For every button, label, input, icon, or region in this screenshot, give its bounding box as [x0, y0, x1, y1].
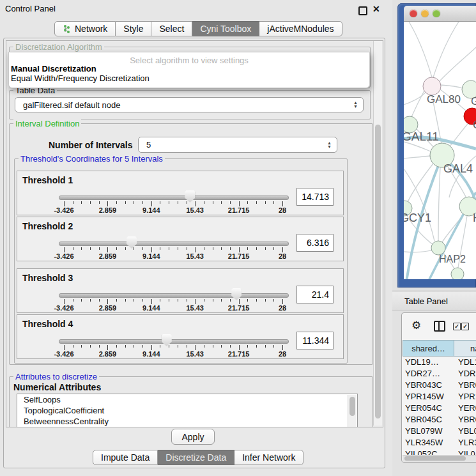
tab-style[interactable]: Style — [116, 21, 151, 36]
attribute-item[interactable]: BetweennessCentrality — [17, 416, 357, 427]
network-edge[interactable] — [441, 85, 463, 88]
attribute-item[interactable]: SelfLoops — [17, 394, 357, 405]
tab-impute-data[interactable]: Impute Data — [93, 450, 158, 465]
minor-tick — [142, 299, 143, 302]
threshold-panel: Threshold 2-3.4262.8599.14415.4321.71528… — [17, 217, 344, 261]
network-edge[interactable] — [404, 156, 431, 158]
checkbox-icon[interactable]: ✓ — [461, 323, 469, 330]
column-header-name[interactable]: na — [454, 340, 476, 357]
major-tick — [282, 201, 283, 206]
cell-name: YDR2 — [458, 369, 476, 378]
slider-track[interactable] — [59, 339, 289, 344]
major-tick — [64, 201, 65, 206]
network-edge[interactable] — [411, 91, 424, 117]
minor-tick — [230, 299, 231, 302]
close-traffic-icon[interactable] — [410, 10, 417, 17]
table-data-combobox[interactable]: galFiltered.sif default node ▲▼ — [15, 97, 364, 112]
table-row[interactable]: YDL19…YDL1 — [403, 357, 476, 369]
slider-track[interactable] — [59, 293, 289, 298]
table-hscrollbar[interactable] — [403, 455, 476, 462]
node-table[interactable]: shared… na YDL19…YDL1YDR27…YDR2YBR043CYB… — [403, 340, 476, 455]
network-edge[interactable] — [408, 164, 433, 202]
zoom-traffic-icon[interactable] — [433, 10, 440, 17]
tab-network[interactable]: Network — [54, 21, 116, 36]
panel-scrollbar[interactable] — [373, 41, 382, 426]
slider-handle[interactable] — [231, 288, 242, 300]
apply-button[interactable]: Apply — [171, 429, 215, 445]
slider-handle[interactable] — [162, 334, 172, 346]
table-row[interactable]: YIL052CYIL0 — [403, 449, 476, 455]
slider-handle[interactable] — [127, 236, 137, 249]
slider-track[interactable] — [59, 242, 289, 246]
minor-tick — [116, 345, 117, 348]
tab-cyni-toolbox[interactable]: Cyni Toolbox — [192, 21, 259, 36]
table-row[interactable]: YBR043CYBR0 — [403, 380, 476, 392]
table-row[interactable]: YBL079WYBL0 — [403, 426, 476, 438]
columns-icon[interactable] — [434, 321, 445, 332]
scrollbar-thumb[interactable] — [375, 125, 381, 418]
minor-tick — [73, 201, 73, 204]
tab-jactivemnodules[interactable]: jActiveMNodules — [259, 21, 342, 36]
popup-item[interactable]: Manual Discretization — [11, 64, 96, 73]
table-row[interactable]: YPR145WYPR1 — [403, 392, 476, 403]
network-node[interactable] — [451, 268, 464, 279]
threshold-value-field[interactable]: 6.316 — [296, 234, 334, 252]
cell-name: YBR0 — [458, 415, 476, 424]
table-row[interactable]: YER054CYER0 — [403, 403, 476, 415]
cell-name: YLR3 — [458, 438, 476, 447]
tab-discretize-data[interactable]: Discretize Data — [158, 450, 234, 465]
column-header-shared-name[interactable]: shared… — [403, 340, 454, 357]
minor-tick — [221, 299, 222, 302]
slider-track[interactable] — [59, 196, 289, 200]
minor-tick — [90, 345, 91, 348]
network-edge[interactable] — [409, 22, 432, 77]
threshold-value-field[interactable]: 11.344 — [296, 332, 334, 349]
tick-label: 2.859 — [88, 206, 127, 214]
major-tick — [195, 201, 196, 206]
attribute-item[interactable]: TopologicalCoefficient — [17, 405, 357, 416]
scrollbar-thumb[interactable] — [349, 397, 355, 416]
close-icon[interactable]: ✕ — [372, 4, 380, 14]
cell-shared-name: YDL19… — [405, 357, 439, 367]
threshold-label: Threshold 4 — [22, 319, 73, 329]
threshold-value-field[interactable]: 14.713 — [296, 188, 334, 206]
network-edge[interactable] — [438, 167, 440, 241]
tab-select[interactable]: Select — [151, 21, 192, 36]
network-edge[interactable] — [433, 22, 459, 77]
num-intervals-combobox[interactable]: 5 ▲▼ — [138, 137, 337, 153]
minor-tick — [204, 299, 204, 302]
node-label: GAL11 — [404, 130, 439, 143]
minor-tick — [99, 345, 100, 348]
popup-item[interactable]: Equal Width/Frequency Discretization — [11, 73, 150, 83]
tick-label: 9.144 — [132, 304, 171, 312]
tab-infer-network[interactable]: Infer Network — [234, 450, 303, 465]
major-tick — [151, 201, 152, 206]
network-edge[interactable] — [404, 142, 431, 151]
table-row[interactable]: YLR345WYLR3 — [403, 438, 476, 449]
table-panel-bar: Table Panel — [392, 291, 476, 311]
minor-tick — [178, 247, 178, 250]
table-row[interactable]: YBR045CYBR0 — [403, 415, 476, 426]
threshold-value-field[interactable]: 21.4 — [296, 286, 334, 303]
major-tick — [282, 345, 283, 350]
network-icon — [63, 24, 71, 34]
major-tick — [64, 345, 65, 350]
minor-tick — [81, 299, 82, 302]
minimize-traffic-icon[interactable] — [421, 10, 429, 17]
checkbox-icon[interactable]: ✓ — [453, 323, 461, 330]
gear-icon[interactable]: ⚙ — [411, 319, 421, 332]
network-node-hap2[interactable] — [431, 241, 445, 255]
scrollbar-thumb[interactable] — [404, 456, 466, 461]
table-row[interactable]: YDR27…YDR2 — [403, 369, 476, 380]
cell-name: YPR1 — [458, 392, 476, 401]
float-window-icon[interactable] — [358, 6, 367, 15]
network-canvas[interactable]: GAL80GACGAL11GAL4GCY1HHAP2 — [404, 22, 476, 279]
attributes-listbox[interactable]: SelfLoopsTopologicalCoefficientBetweenne… — [17, 394, 358, 427]
attributes-scrollbar[interactable] — [348, 395, 357, 427]
cell-shared-name: YBL079W — [405, 426, 443, 436]
tick-label: 9.144 — [132, 252, 171, 260]
network-edge[interactable] — [404, 250, 433, 252]
network-node-gal80[interactable] — [423, 77, 441, 95]
minor-tick — [134, 299, 134, 302]
network-edge[interactable] — [440, 47, 476, 81]
